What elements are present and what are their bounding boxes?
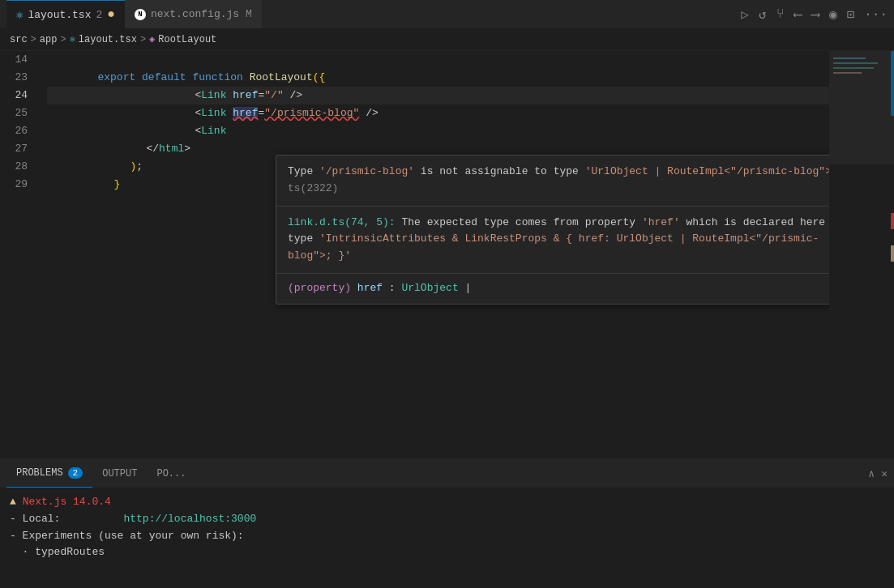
run-button[interactable]: ▷ bbox=[741, 6, 749, 23]
experiments-text: - Experiments (use at your own risk): bbox=[10, 530, 244, 542]
code-line-26: </html> bbox=[47, 122, 829, 140]
ln-24: 24 bbox=[0, 87, 28, 104]
tab-modified-dot: ● bbox=[107, 8, 115, 21]
editor-area: 14 23 24 25 26 27 28 29 export default f… bbox=[0, 51, 894, 458]
tab-po[interactable]: PO... bbox=[147, 459, 195, 488]
problems-label: PROBLEMS bbox=[16, 467, 63, 479]
prop-type: UrlObject bbox=[401, 282, 458, 294]
code-editor[interactable]: export default function RootLayout({ <Li… bbox=[41, 51, 829, 458]
prop-name: href bbox=[357, 282, 383, 294]
minimap bbox=[829, 51, 894, 458]
po-label: PO... bbox=[156, 468, 186, 479]
branch-button[interactable]: ⑂ bbox=[776, 7, 785, 22]
breadcrumb-component[interactable]: RootLayout bbox=[158, 34, 216, 45]
panel-content: ▲ Next.js 14.0.4 - Local: http://localho… bbox=[0, 488, 894, 588]
panel-tabs: PROBLEMS 2 OUTPUT PO... ∧ ✕ bbox=[0, 459, 894, 488]
tab-next-modified: M bbox=[246, 8, 252, 20]
tab-next-config-label: next.config.js bbox=[151, 8, 239, 20]
ln-14: 14 bbox=[0, 51, 28, 69]
local-line: - Local: http://localhost:3000 bbox=[10, 511, 884, 528]
breadcrumb-file[interactable]: layout.tsx bbox=[79, 34, 137, 45]
breadcrumb-src[interactable]: src bbox=[10, 34, 28, 45]
local-url[interactable]: http://localhost:3000 bbox=[123, 513, 256, 525]
svg-rect-5 bbox=[829, 51, 894, 164]
ln-29: 29 bbox=[0, 176, 28, 194]
svg-rect-8 bbox=[891, 245, 894, 262]
code-line-25: <Link bbox=[47, 104, 829, 122]
warn-icon: ▲ bbox=[10, 496, 16, 508]
hover-popup: Type '/prismic-blog' is not assignable t… bbox=[276, 155, 829, 305]
typed-routes-line: · typedRoutes bbox=[10, 544, 884, 561]
ln-26: 26 bbox=[0, 122, 28, 140]
ln-25: 25 bbox=[0, 104, 28, 122]
local-label: - Local: bbox=[10, 513, 118, 525]
tab-problems[interactable]: PROBLEMS 2 bbox=[6, 459, 92, 488]
bottom-panel: PROBLEMS 2 OUTPUT PO... ∧ ✕ ▲ Next.js 14… bbox=[0, 458, 894, 588]
breadcrumb-component-icon: ◈ bbox=[149, 33, 155, 45]
breadcrumb-app[interactable]: app bbox=[40, 34, 58, 45]
panel-close-button[interactable]: ✕ bbox=[881, 467, 888, 480]
tab-layout-linecount: 2 bbox=[96, 9, 102, 21]
error-message: Type '/prismic-blog' is not assignable t… bbox=[288, 165, 829, 194]
ln-27: 27 bbox=[0, 140, 28, 158]
typed-routes-text: · typedRoutes bbox=[10, 546, 105, 558]
line-numbers: 14 23 24 25 26 27 28 29 bbox=[0, 51, 41, 458]
hover-popup-footer: (property) href : UrlObject | bbox=[276, 273, 829, 304]
ln-28: 28 bbox=[0, 158, 28, 176]
tab-output[interactable]: OUTPUT bbox=[92, 459, 147, 488]
ln-23: 23 bbox=[0, 69, 28, 87]
output-label: OUTPUT bbox=[102, 468, 137, 479]
code-line-23: <Link href="/" /> bbox=[47, 69, 829, 87]
more-button[interactable]: ··· bbox=[864, 7, 888, 22]
experiments-line: - Experiments (use at your own risk): bbox=[10, 528, 884, 545]
code-container: 14 23 24 25 26 27 28 29 export default f… bbox=[0, 51, 829, 458]
layout-button[interactable]: ⊡ bbox=[847, 6, 855, 23]
svg-rect-7 bbox=[891, 213, 894, 229]
tab-next-config[interactable]: N next.config.js M bbox=[125, 0, 262, 28]
code-line-14: export default function RootLayout({ bbox=[47, 51, 829, 69]
tab-bar: ⚛ layout.tsx 2 ● N next.config.js M ▷ ↺ … bbox=[0, 0, 894, 28]
svg-rect-6 bbox=[891, 51, 894, 116]
profile-button[interactable]: ◉ bbox=[829, 6, 837, 23]
code-line-24: <Link href="/prismic-blog" /> bbox=[47, 87, 829, 104]
tab-layout-label: layout.tsx bbox=[28, 9, 91, 21]
nextjs-version-line: ▲ Next.js 14.0.4 bbox=[10, 494, 884, 511]
nextjs-version: Next.js 14.0.4 bbox=[23, 496, 111, 508]
forward-button[interactable]: ⟶ bbox=[811, 6, 819, 23]
next-icon: N bbox=[135, 9, 146, 20]
toolbar-right: ▷ ↺ ⑂ ⟵ ⟶ ◉ ⊡ ··· bbox=[741, 6, 888, 23]
panel-actions: ∧ ✕ bbox=[868, 467, 888, 480]
problems-badge: 2 bbox=[68, 467, 83, 479]
breadcrumb: src > app > ⚛ layout.tsx > ◈ RootLayout bbox=[0, 28, 894, 51]
prop-keyword: (property) bbox=[288, 282, 351, 294]
back-button[interactable]: ⟵ bbox=[794, 6, 802, 23]
hover-popup-detail: link.d.ts(74, 5): The expected type come… bbox=[276, 207, 829, 273]
breadcrumb-react-icon: ⚛ bbox=[70, 33, 75, 45]
error-location: link.d.ts(74, 5): bbox=[288, 216, 396, 228]
react-icon: ⚛ bbox=[16, 8, 23, 22]
hover-popup-error: Type '/prismic-blog' is not assignable t… bbox=[276, 156, 829, 207]
tab-layout[interactable]: ⚛ layout.tsx 2 ● bbox=[6, 0, 125, 28]
debug-button[interactable]: ↺ bbox=[759, 6, 767, 23]
panel-collapse-button[interactable]: ∧ bbox=[868, 467, 875, 480]
minimap-content bbox=[829, 51, 894, 458]
